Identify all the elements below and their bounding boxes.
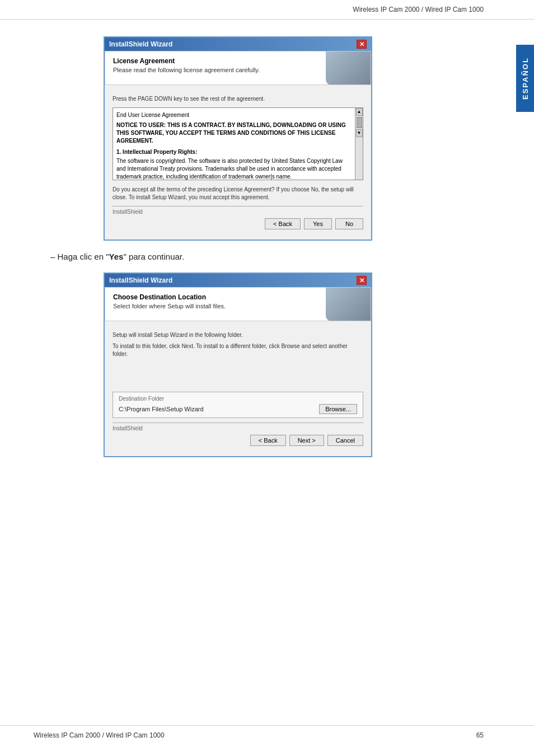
destination-location-dialog: InstallShield Wizard ✕ Choose Destinatio… [104,273,372,457]
side-tab-espanol: ESPAÑOL [516,45,534,112]
dialog1-close-button[interactable]: ✕ [357,40,367,49]
dialog1-decorative-image [326,51,371,85]
dialog2-titlebar: InstallShield Wizard ✕ [105,274,371,287]
dialog1-yes-button[interactable]: Yes [304,218,332,229]
license-agreement-dialog: InstallShield Wizard ✕ License Agreement… [104,36,372,241]
license-text1: NOTICE TO USER: THIS IS A CONTRACT. BY I… [116,121,350,145]
dialog2-info-text1: Setup will install Setup Wizard in the f… [113,331,363,339]
dialog2-info-text2: To install to this folder, click Next. T… [113,342,363,358]
dialog1-no-button[interactable]: No [335,218,363,229]
dialog2-buttons: < Back Next > Cancel [113,435,363,450]
dialog2-decorative-image [326,288,371,321]
instruction-suffix: " para continuar. [123,252,184,261]
dialog1-titlebar: InstallShield Wizard ✕ [105,37,371,51]
dialog1-pagedown-text: Press the PAGE DOWN key to see the rest … [113,95,363,103]
dialog2-body: Setup will install Setup Wizard in the f… [105,326,371,456]
scroll-down-arrow[interactable]: ▼ [356,129,363,137]
dialog1-buttons: < Back Yes No [113,218,363,234]
footer-page-number: 65 [476,731,484,739]
dialog1-body: Press the PAGE DOWN key to see the rest … [105,90,371,240]
destination-folder-section: Destination Folder C:\Program Files\Setu… [113,392,363,418]
page-header: Wireless IP Cam 2000 / Wired IP Cam 1000 [0,0,534,20]
license-header: End User License Agreement [116,111,350,119]
instruction-text: – Haga clic en "Yes" para continuar. [50,252,442,261]
main-content: InstallShield Wizard ✕ License Agreement… [0,20,493,485]
page-footer: Wireless IP Cam 2000 / Wired IP Cam 1000… [0,725,534,745]
license-text-box[interactable]: End User License Agreement NOTICE TO USE… [113,107,363,180]
dialog2-header-area: Choose Destination Location Select folde… [105,287,371,321]
dialog2-title: InstallShield Wizard [109,276,172,284]
instruction-prefix: – Haga clic en " [50,252,109,261]
footer-left: Wireless IP Cam 2000 / Wired IP Cam 1000 [34,731,165,739]
dialog2-cancel-button[interactable]: Cancel [327,435,363,446]
dialog2-close-button[interactable]: ✕ [357,276,367,285]
dest-folder-path: C:\Program Files\Setup Wizard [119,406,204,412]
instruction-bold: Yes [109,252,124,261]
license-text2: 1. Intellectual Property Rights: [116,148,350,156]
dialog2-back-button[interactable]: < Back [250,435,286,446]
dialog2-installshield-label: InstallShield [113,422,363,431]
dialog1-header-area: License Agreement Please read the follow… [105,51,371,85]
license-content: End User License Agreement NOTICE TO USE… [116,111,359,180]
dialog1-back-button[interactable]: < Back [265,218,301,229]
scroll-up-arrow[interactable]: ▲ [356,108,363,116]
header-title: Wireless IP Cam 2000 / Wired IP Cam 1000 [353,6,484,13]
dest-folder-label: Destination Folder [119,396,357,402]
dest-folder-row: C:\Program Files\Setup Wizard Browse... [119,404,357,414]
dialog1-title: InstallShield Wizard [109,40,172,48]
license-text3: The software is copyrighted. The softwar… [116,157,350,180]
dialog2-next-button[interactable]: Next > [289,435,324,446]
dialog1-accept-text: Do you accept all the terms of the prece… [113,186,363,201]
license-scrollbar[interactable]: ▲ ▼ [355,108,363,180]
dialog1-installshield-label: InstallShield [113,206,363,215]
scroll-thumb[interactable] [357,117,362,128]
browse-button[interactable]: Browse... [319,404,357,414]
